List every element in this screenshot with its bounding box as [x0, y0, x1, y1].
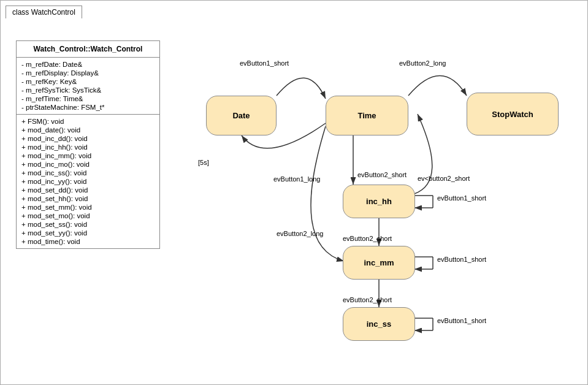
public-method: + mod_set_mo(): void [21, 212, 155, 220]
state-time: Time [326, 96, 408, 135]
state-stopwatch: StopWatch [467, 93, 559, 135]
private-member: - m_refSysTick: SysTick& [21, 86, 155, 94]
state-inc-hh: inc_hh [343, 185, 415, 218]
public-method: + mod_inc_ss(): void [21, 169, 155, 177]
public-method: + mod_inc_hh(): void [21, 143, 155, 151]
public-method: + mod_set_hh(): void [21, 194, 155, 203]
private-member: - m_refDisplay: Display& [21, 69, 155, 77]
label-evbutton2-short-ss: evButton2_short [343, 296, 392, 303]
diagram-title: class WatchControl [6, 6, 82, 18]
public-method: + mod_time(): void [21, 237, 155, 246]
private-members-section: - m_refDate: Date&- m_refDisplay: Displa… [17, 58, 159, 115]
class-header: Watch_Control::Watch_Control [17, 41, 159, 58]
public-method: + mod_set_yy(): void [21, 229, 155, 237]
label-ev-button2-short-back: ev<button2_short [418, 175, 470, 182]
label-evbutton1-short-top: evButton1_short [240, 59, 289, 67]
public-method: + mod_set_dd(): void [21, 186, 155, 194]
label-evbutton1-short-ss: evButton1_short [437, 317, 486, 324]
private-member: - m_refKey: Key& [21, 77, 155, 86]
label-5s: [5s] [198, 159, 209, 166]
private-member: - m_refTime: Time& [21, 94, 155, 103]
public-methods-section: + FSM(): void+ mod_date(): void+ mod_inc… [17, 115, 159, 248]
state-inc-ss: inc_ss [343, 307, 415, 341]
public-method: + mod_set_ss(): void [21, 220, 155, 229]
public-method: + mod_inc_yy(): void [21, 177, 155, 186]
diagram-container: class WatchControl Watch_Control::Watch_… [0, 0, 588, 385]
label-evbutton2-short-hh-top: evButton2_short [357, 171, 407, 178]
label-evbutton2-long-mm: evButton2_long [277, 230, 323, 237]
label-evbutton1-short-mm: evButton1_short [437, 256, 486, 263]
class-box: Watch_Control::Watch_Control - m_refDate… [16, 40, 160, 249]
private-member: - m_refDate: Date& [21, 60, 155, 69]
state-date: Date [206, 96, 277, 135]
public-method: + mod_inc_mo(): void [21, 160, 155, 169]
public-method: + mod_inc_mm(): void [21, 151, 155, 160]
label-evbutton1-short-hh: evButton1_short [437, 194, 486, 202]
private-member: - ptrStateMachine: FSM_t* [21, 103, 155, 112]
label-evbutton2-long-top: evButton2_long [399, 59, 446, 67]
label-evbutton2-short-mm: evButton2_short [343, 235, 392, 242]
public-method: + FSM(): void [21, 117, 155, 126]
public-method: + mod_set_mm(): void [21, 203, 155, 212]
label-evbutton1-long: evButton1_long [273, 175, 320, 183]
state-inc-mm: inc_mm [343, 246, 415, 280]
public-method: + mod_inc_dd(): void [21, 134, 155, 143]
public-method: + mod_date(): void [21, 126, 155, 134]
